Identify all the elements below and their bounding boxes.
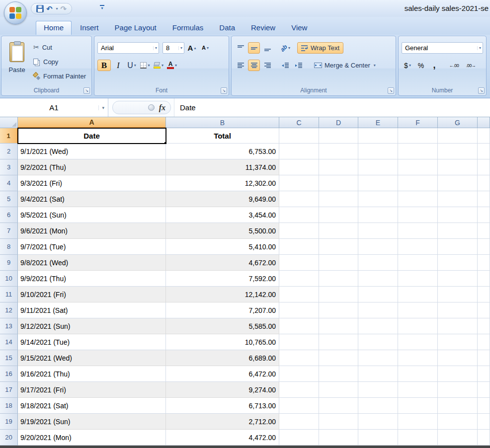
cell-C17[interactable] [279, 382, 319, 398]
cell-C6[interactable] [279, 207, 319, 223]
cell-A10[interactable]: 9/9/2021 (Thu) [18, 271, 166, 287]
cell-A9[interactable]: 9/8/2021 (Wed) [18, 255, 166, 271]
cell-B13[interactable]: 5,585.00 [166, 318, 279, 334]
column-header-E[interactable]: E [358, 117, 398, 128]
percent-style-button[interactable]: % [415, 60, 427, 71]
cell-B20[interactable]: 4,472.00 [166, 430, 279, 446]
cell-x12[interactable] [478, 302, 490, 318]
office-button[interactable] [4, 1, 27, 24]
top-align-button[interactable] [235, 42, 246, 54]
cell-B12[interactable]: 7,207.00 [166, 302, 279, 318]
cell-E12[interactable] [358, 302, 398, 318]
cell-x8[interactable] [478, 239, 490, 255]
cell-x9[interactable] [478, 255, 490, 271]
cell-D3[interactable] [319, 159, 358, 175]
font-color-button[interactable]: A ▾ [166, 60, 178, 71]
cell-A15[interactable]: 9/15/2021 (Wed) [18, 350, 166, 366]
grow-font-button[interactable]: A▴ [186, 42, 198, 54]
cell-E1[interactable] [358, 128, 398, 144]
undo-button[interactable]: ↶ [46, 5, 53, 12]
wrap-text-button[interactable]: Wrap Text [297, 42, 343, 54]
cell-D5[interactable] [319, 191, 358, 207]
cell-G11[interactable] [438, 287, 478, 302]
cell-D9[interactable] [319, 255, 358, 271]
cell-F8[interactable] [398, 239, 438, 255]
cell-D2[interactable] [319, 144, 358, 159]
cell-E16[interactable] [358, 366, 398, 382]
row-header-7[interactable]: 7 [0, 223, 18, 239]
align-right-button[interactable] [261, 60, 273, 71]
tab-page-layout[interactable]: Page Layout [107, 21, 164, 35]
cell-C18[interactable] [279, 398, 319, 414]
tab-data[interactable]: Data [212, 21, 243, 35]
cell-D15[interactable] [319, 350, 358, 366]
cell-A7[interactable]: 9/6/2021 (Mon) [18, 223, 166, 239]
cut-button[interactable]: ✂ Cut [33, 42, 86, 52]
clipboard-dialog-launcher[interactable] [83, 87, 90, 94]
cell-A20[interactable]: 9/20/2021 (Mon) [18, 430, 166, 446]
cell-E8[interactable] [358, 239, 398, 255]
cell-x2[interactable] [478, 144, 490, 159]
column-header-G[interactable]: G [438, 117, 478, 128]
cell-D20[interactable] [319, 430, 358, 446]
cell-G2[interactable] [438, 144, 478, 159]
cell-F16[interactable] [398, 366, 438, 382]
cell-F7[interactable] [398, 223, 438, 239]
cell-D8[interactable] [319, 239, 358, 255]
cell-A6[interactable]: 9/5/2021 (Sun) [18, 207, 166, 223]
cell-G6[interactable] [438, 207, 478, 223]
accounting-format-button[interactable]: $ ▾ [402, 60, 413, 71]
cell-A18[interactable]: 9/18/2021 (Sat) [18, 398, 166, 414]
cell-E17[interactable] [358, 382, 398, 398]
cell-F14[interactable] [398, 334, 438, 350]
italic-button[interactable]: I [112, 60, 124, 71]
cell-G12[interactable] [438, 302, 478, 318]
cell-A13[interactable]: 9/12/2021 (Sun) [18, 318, 166, 334]
cell-A11[interactable]: 9/10/2021 (Fri) [18, 287, 166, 302]
cell-C3[interactable] [279, 159, 319, 175]
cell-A3[interactable]: 9/2/2021 (Thu) [18, 159, 166, 175]
cell-F10[interactable] [398, 271, 438, 287]
column-header-F[interactable]: F [398, 117, 438, 128]
middle-align-button[interactable] [248, 42, 260, 54]
row-header-11[interactable]: 11 [0, 287, 18, 302]
row-header-1[interactable]: 1 [0, 128, 18, 144]
cell-G17[interactable] [438, 382, 478, 398]
cell-B6[interactable]: 3,454.00 [166, 207, 279, 223]
cell-A8[interactable]: 9/7/2021 (Tue) [18, 239, 166, 255]
tab-insert[interactable]: Insert [73, 21, 106, 35]
cell-F6[interactable] [398, 207, 438, 223]
cell-E9[interactable] [358, 255, 398, 271]
cell-x17[interactable] [478, 382, 490, 398]
row-header-16[interactable]: 16 [0, 366, 18, 382]
cell-x19[interactable] [478, 414, 490, 430]
cell-C7[interactable] [279, 223, 319, 239]
align-center-button[interactable] [248, 60, 260, 71]
cell-D17[interactable] [319, 382, 358, 398]
cell-B1[interactable]: Total [166, 128, 279, 144]
alignment-dialog-launcher[interactable] [388, 87, 394, 94]
tab-view[interactable]: View [284, 21, 315, 35]
cell-D11[interactable] [319, 287, 358, 302]
formula-input[interactable]: Date [174, 98, 490, 117]
name-box-dropdown-icon[interactable]: ▾ [98, 105, 104, 110]
insert-function-area[interactable]: fx [112, 101, 171, 114]
cell-C2[interactable] [279, 144, 319, 159]
cell-E11[interactable] [358, 287, 398, 302]
cell-G7[interactable] [438, 223, 478, 239]
cell-G15[interactable] [438, 350, 478, 366]
redo-button[interactable]: ↷ [61, 5, 67, 12]
cell-G8[interactable] [438, 239, 478, 255]
cell-B7[interactable]: 5,500.00 [166, 223, 279, 239]
cell-G20[interactable] [438, 430, 478, 446]
cell-x15[interactable] [478, 350, 490, 366]
cell-G14[interactable] [438, 334, 478, 350]
cell-E18[interactable] [358, 398, 398, 414]
cell-D1[interactable] [319, 128, 358, 144]
cell-F9[interactable] [398, 255, 438, 271]
cell-G3[interactable] [438, 159, 478, 175]
column-header-B[interactable]: B [166, 117, 279, 128]
cell-x5[interactable] [478, 191, 490, 207]
cell-B11[interactable]: 12,142.00 [166, 287, 279, 302]
row-header-8[interactable]: 8 [0, 239, 18, 255]
